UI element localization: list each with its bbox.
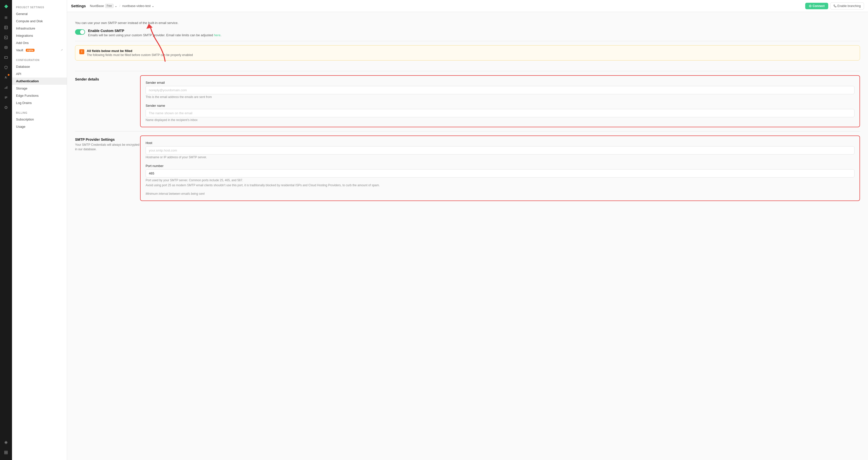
smtp-rate-link[interactable]: here <box>214 33 220 37</box>
sender-fields-container: Sender email This is the email address t… <box>140 75 860 127</box>
svg-point-16 <box>5 442 6 443</box>
host-group: Host Hostname or IP address of your SMTP… <box>146 141 855 159</box>
sidebar-item-log-drains[interactable]: Log Drains <box>12 99 67 106</box>
warning-text: All fields below must be filled The foll… <box>87 49 193 57</box>
top-notice: You can use your own SMTP server instead… <box>75 17 860 25</box>
sidebar-item-label: Storage <box>16 87 28 90</box>
smtp-container: You can use your own SMTP server instead… <box>67 12 868 210</box>
smtp-toggle-desc: Emails will be sent using your custom SM… <box>88 33 221 37</box>
svg-rect-7 <box>4 57 7 59</box>
sidebar-item-label: Infrastructure <box>16 27 35 30</box>
sidebar-item-label: Vault <box>16 48 23 52</box>
enable-smtp-toggle[interactable] <box>75 29 85 35</box>
svg-rect-17 <box>4 451 6 452</box>
enable-smtp-row: Enable Custom SMTP Emails will be sent u… <box>75 25 860 41</box>
smtp-provider-label-col: SMTP Provider Settings Your SMTP Credent… <box>75 131 140 205</box>
database-icon[interactable] <box>1 43 10 52</box>
storage-icon[interactable] <box>1 53 10 62</box>
sidebar-item-edge-functions[interactable]: Edge Functions <box>12 92 67 99</box>
sidebar-item-label: Usage <box>16 125 26 129</box>
external-link-icon: ↗ <box>61 48 63 52</box>
sidebar-item-api[interactable]: API <box>12 70 67 77</box>
smtp-provider-fields: Host Hostname or IP address of your SMTP… <box>140 135 860 201</box>
svg-rect-18 <box>6 451 7 452</box>
main-area: Settings NuxtBase Free ⌄ / nuxtbase-vide… <box>67 0 868 460</box>
warning-title: All fields below must be filled <box>87 49 193 53</box>
project-name[interactable]: NuxtBase Free ⌄ <box>90 4 117 8</box>
sidebar-item-general[interactable]: General <box>12 10 67 18</box>
port-hint1: Port used by your SMTP server. Common po… <box>146 178 855 182</box>
sender-name-hint: Name displayed in the recipient's inbox <box>146 118 855 122</box>
sidebar-item-vault[interactable]: Vault Alpha ↗ <box>12 46 67 54</box>
sidebar-item-label: Compute and Disk <box>16 19 43 23</box>
connect-button[interactable]: Connect <box>805 3 828 9</box>
sidebar-item-subscription[interactable]: Subscription <box>12 116 67 123</box>
page-title: Settings <box>71 4 86 8</box>
sidebar-item-database[interactable]: Database <box>12 63 67 70</box>
sidebar-item-storage[interactable]: Storage <box>12 85 67 92</box>
content-area: You can use your own SMTP server instead… <box>67 12 868 460</box>
sender-email-label: Sender email <box>146 81 855 85</box>
svg-rect-11 <box>7 86 7 89</box>
svg-point-23 <box>834 5 835 6</box>
app-logo: ◆ <box>4 3 8 9</box>
svg-point-24 <box>835 6 836 7</box>
sender-email-group: Sender email This is the email address t… <box>146 81 855 99</box>
sidebar-item-integrations[interactable]: Integrations <box>12 32 67 39</box>
functions-icon[interactable] <box>1 73 10 82</box>
host-input[interactable] <box>146 146 855 155</box>
host-label: Host <box>146 141 855 145</box>
svg-rect-0 <box>4 26 7 29</box>
branch-label: nuxtbase-video-test <box>122 4 151 8</box>
settings-icon[interactable] <box>1 438 10 447</box>
project-label: NuxtBase <box>90 4 104 8</box>
sender-section-title: Sender details <box>75 77 140 81</box>
sidebar-item-label: Add Ons <box>16 41 29 45</box>
home-icon[interactable]: ⊞ <box>1 13 10 22</box>
host-hint: Hostname or IP address of your SMTP serv… <box>146 156 855 159</box>
enable-branching-button[interactable]: Enable branching <box>830 2 864 9</box>
svg-point-22 <box>810 5 810 6</box>
svg-point-8 <box>5 57 5 58</box>
sidebar-item-addons[interactable]: Add Ons <box>12 39 67 46</box>
grid-icon[interactable] <box>1 448 10 457</box>
svg-point-6 <box>5 46 7 47</box>
sidebar-item-label: Integrations <box>16 34 33 37</box>
port-hint2: Avoid using port 25 as modern SMTP email… <box>146 184 855 187</box>
sidebar-item-label: Log Drains <box>16 101 32 105</box>
sender-name-input[interactable] <box>146 109 855 117</box>
sender-section: Sender details Sender email This is the … <box>75 71 860 131</box>
warning-desc: The following fields must be filled befo… <box>87 53 193 57</box>
sender-name-group: Sender name Name displayed in the recipi… <box>146 104 855 122</box>
project-chevron-icon: ⌄ <box>115 4 117 8</box>
logs-icon[interactable] <box>1 93 10 102</box>
connect-button-label: Connect <box>813 4 825 8</box>
auth-icon[interactable] <box>1 63 10 72</box>
port-input[interactable] <box>146 169 855 177</box>
sidebar-item-label: Subscription <box>16 118 34 121</box>
sidebar-item-infrastructure[interactable]: Infrastructure <box>12 25 67 32</box>
smtp-provider-title: SMTP Provider Settings <box>75 137 140 141</box>
table-icon[interactable] <box>1 23 10 32</box>
sender-email-input[interactable] <box>146 86 855 94</box>
sidebar-item-label: Authentication <box>16 79 39 83</box>
topbar: Settings NuxtBase Free ⌄ / nuxtbase-vide… <box>67 0 868 12</box>
sidebar-item-compute[interactable]: Compute and Disk <box>12 18 67 25</box>
branch-chevron-icon: ⌄ <box>152 4 154 8</box>
branch-selector[interactable]: nuxtbase-video-test ⌄ <box>122 4 154 8</box>
sidebar-item-usage[interactable]: Usage <box>12 123 67 130</box>
warning-box: ! All fields below must be filled The fo… <box>75 45 860 61</box>
alpha-badge: Alpha <box>26 49 34 52</box>
terminal-icon[interactable] <box>1 33 10 42</box>
enable-smtp-text: Enable Custom SMTP Emails will be sent u… <box>88 29 221 37</box>
advisor-icon[interactable] <box>1 103 10 112</box>
analytics-icon[interactable] <box>1 83 10 92</box>
svg-rect-19 <box>4 453 6 454</box>
warning-icon: ! <box>79 49 84 54</box>
billing-section: BILLING <box>12 109 67 116</box>
sender-name-label: Sender name <box>146 104 855 107</box>
sender-label-col: Sender details <box>75 71 140 131</box>
path-sep: / <box>119 4 120 8</box>
sidebar-item-authentication[interactable]: Authentication <box>12 77 67 85</box>
svg-rect-9 <box>5 88 5 89</box>
